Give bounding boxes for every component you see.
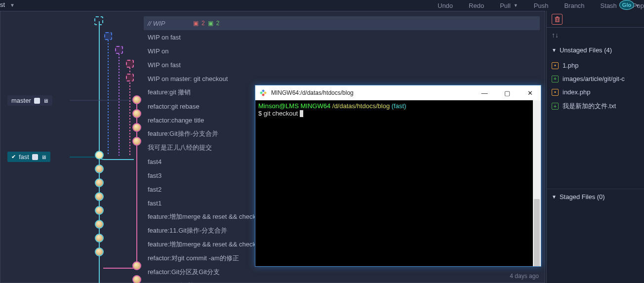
commit-row[interactable]: WIP on fast [144,30,540,44]
file-name: 1.php [563,62,579,69]
commit-node[interactable] [132,275,141,283]
terminal-line: $ git checkout [258,110,538,117]
sort-icon: ↑↓ [552,31,559,39]
file-row[interactable]: + images/article/git/git-c [547,72,644,85]
staged-label: Staged Files (0) [560,193,605,201]
added-icon: ▣ [208,20,213,27]
stash-node[interactable] [115,46,123,54]
added-count: 2 [216,20,220,27]
terminal-path: /d/datas/htdocs/blog [332,102,390,110]
terminal-body[interactable]: Minson@LMS MINGW64 /d/datas/htdocs/blog … [255,100,541,266]
local-icon [32,154,38,160]
pull-caret-icon[interactable]: ▼ [514,3,518,8]
glo-badge[interactable]: Glo [619,0,634,10]
commit-node[interactable] [95,206,104,215]
file-name: images/article/git/git-c [563,75,625,82]
stash-node[interactable] [126,60,134,68]
unstaged-file-list: • 1.php + images/article/git/git-c • ind… [547,58,644,115]
commit-row[interactable]: refactor:Git分区及Git分支 [144,265,540,279]
added-icon: + [552,76,559,82]
branch-button[interactable]: Branch [564,2,584,9]
commit-message: feature:增加merge && reset && checko [148,212,259,221]
pull-button[interactable]: Pull [500,2,511,9]
push-button[interactable]: Push [534,2,549,9]
terminal-line: Minson@LMS MINGW64 /d/datas/htdocs/blog … [258,102,538,110]
branch-label-master[interactable]: master 🖥 [7,95,52,106]
terminal-scrollbar[interactable] [533,100,541,266]
undo-button[interactable]: Undo [438,2,453,9]
commit-message: fast2 [148,186,161,193]
terminal-branch: (fast) [392,102,406,110]
removed-count: 2 [201,20,205,27]
scrollbar-thumb[interactable] [534,199,540,266]
commit-message: WIP on master: git checkout [148,75,228,82]
stash-node[interactable] [126,74,134,81]
commit-message: feature:11.Git操作-分支合并 [148,226,227,235]
terminal-title: MINGW64:/d/datas/htdocs/blog [271,89,354,96]
commit-message: refactor:对git commit -am的修正 [148,254,239,263]
commit-message: fast4 [148,158,161,165]
commit-node[interactable] [95,234,104,243]
remote-icon: 🖥 [41,154,46,160]
redo-button[interactable]: Redo [469,2,484,9]
branch-label-fast[interactable]: ✔ fast 🖥 [7,152,50,162]
terminal-user: Minson@LMS [258,102,299,110]
file-name: index.php [563,88,590,96]
commit-timestamp: 4 days ago [510,273,539,280]
trash-row [547,11,644,28]
commit-message: 我可是正儿八经的提交 [148,143,212,152]
wip-row[interactable]: // WIP ▣2 ▣2 [144,16,540,30]
commit-message: refactor:change title [148,117,204,124]
chevron-down-icon: ▼ [552,194,557,200]
commit-message: fast1 [148,200,161,207]
close-button[interactable]: ✕ [523,89,537,97]
chevron-down-icon: ▼ [552,47,557,53]
commit-node[interactable] [132,137,141,146]
file-row[interactable]: • 1.php [547,59,644,72]
added-icon: + [552,103,559,110]
local-icon [34,98,40,104]
commit-node[interactable] [95,178,104,187]
maximize-button[interactable]: ▢ [500,89,514,97]
terminal-cursor [300,110,303,117]
commit-node[interactable] [95,164,104,173]
commit-node[interactable] [132,109,141,118]
commit-message: feature:git 撤销 [148,88,191,97]
commit-node-current[interactable] [95,151,104,160]
commit-row[interactable]: WIP on fast [144,58,540,72]
file-row[interactable]: • index.php [547,85,644,99]
commit-node[interactable] [132,261,141,270]
unstaged-header[interactable]: ▼ Unstaged Files (4) [547,42,644,58]
commit-node[interactable] [132,95,141,104]
commit-node[interactable] [95,220,104,229]
commit-message: WIP on fast [148,61,181,69]
commit-row[interactable]: WIP on master: git checkout [144,72,540,85]
wip-node[interactable] [94,16,103,25]
right-panel: ↑↓ ▼ Unstaged Files (4) • 1.php + images… [546,11,644,283]
stash-button[interactable]: Stash [601,2,617,9]
tab-caret-icon[interactable]: ▼ [10,2,15,8]
unstaged-label: Unstaged Files (4) [560,46,612,54]
commit-row[interactable]: refactor:更改时间 [144,279,540,283]
terminal-window[interactable]: MINGW64:/d/datas/htdocs/blog — ▢ ✕ Minso… [255,85,541,267]
brand-caret-icon[interactable]: ▼ [635,3,640,8]
minimize-button[interactable]: — [478,89,491,97]
terminal-command: git checkout [264,110,298,117]
staged-header[interactable]: ▼ Staged Files (0) [547,189,644,204]
terminal-titlebar[interactable]: MINGW64:/d/datas/htdocs/blog — ▢ ✕ [255,85,541,100]
commit-node[interactable] [95,192,104,201]
discard-all-button[interactable] [552,14,563,25]
commit-message: feature:Git操作-分支合并 [148,129,218,138]
commit-row[interactable]: WIP on [144,44,540,58]
wip-label: // WIP [148,20,165,27]
stash-node[interactable] [104,32,112,40]
remote-icon: 🖥 [43,98,48,104]
commit-node[interactable] [95,247,104,256]
file-row[interactable]: + 我是新加的文件.txt [547,99,644,114]
sort-toggle[interactable]: ↑↓ [547,28,644,42]
graph-lines [70,16,144,283]
commit-node[interactable] [132,123,141,132]
terminal-host: MINGW64 [300,102,330,110]
removed-icon: ▣ [193,20,199,27]
graph-column [70,16,144,283]
